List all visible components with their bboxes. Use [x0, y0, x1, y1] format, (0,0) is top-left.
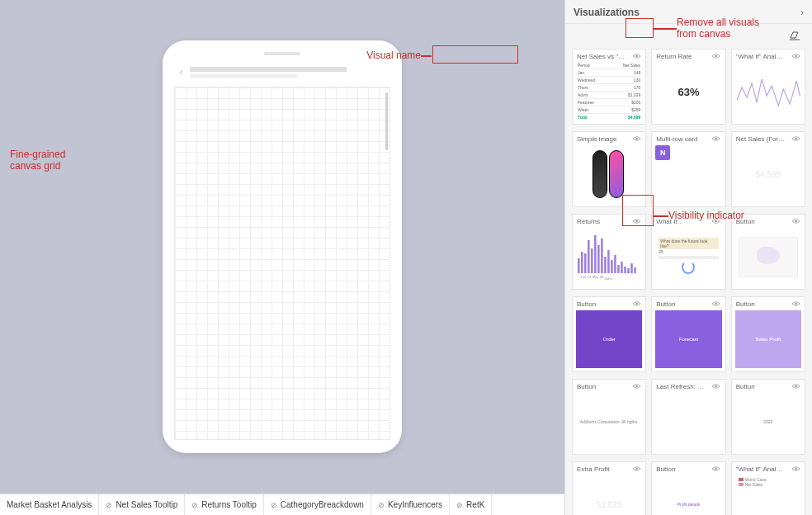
panel-title: Visualizations [574, 7, 640, 18]
visual-tile[interactable]: "What If" Analysi...Worst CaseNet Sales [731, 461, 805, 515]
svg-rect-10 [584, 253, 587, 273]
report-tab[interactable]: ⊘RetK [450, 494, 492, 515]
tile-preview: $4,599 [735, 145, 801, 203]
back-chevron-icon[interactable]: ‹ [179, 65, 183, 78]
tile-preview: Order [576, 310, 642, 368]
visual-tile[interactable]: ButtonSales Profit [731, 296, 805, 372]
svg-point-6 [795, 138, 797, 140]
tile-preview: 63% [655, 63, 721, 120]
visibility-indicator-icon[interactable] [711, 52, 721, 60]
tile-preview: Sales Profit [735, 310, 801, 368]
visibility-indicator-icon[interactable] [711, 217, 721, 225]
svg-point-34 [715, 385, 717, 388]
phone-title-placeholder [190, 67, 385, 78]
chevron-right-icon[interactable]: › [800, 7, 804, 18]
svg-rect-15 [601, 239, 603, 273]
svg-point-32 [795, 303, 797, 305]
report-tabs: Market Basket Analysis⊘Net Sales Tooltip… [0, 494, 564, 515]
visual-tile[interactable]: Multi-row cardN [651, 131, 725, 207]
tile-title: Last Refresh: Jun... [656, 383, 706, 390]
visibility-indicator-icon[interactable] [631, 52, 641, 60]
visual-tile[interactable]: ButtonProfit details [651, 461, 725, 515]
tooltip-page-icon: ⊘ [456, 501, 463, 509]
remove-all-visuals-button[interactable] [786, 27, 804, 44]
visibility-indicator-icon[interactable] [631, 135, 641, 143]
tile-preview: Dec 01 May 30Sales [576, 228, 642, 286]
tooltip-page-icon: ⊘ [106, 501, 112, 509]
visual-tile[interactable]: Last Refresh: Jun... [651, 379, 725, 455]
visibility-indicator-icon[interactable] [791, 52, 800, 60]
canvas-area: ‹ Market Basket Analysis⊘Net Sales Toolt… [0, 0, 564, 515]
tile-title: What If... [656, 218, 682, 225]
visibility-indicator-icon[interactable] [711, 300, 721, 308]
tile-title: Net Sales (Forec... [736, 135, 786, 143]
svg-point-30 [635, 303, 638, 305]
tile-title: "What If" Analysi... [736, 53, 786, 60]
tile-preview: Map [735, 228, 801, 286]
tile-preview: N [655, 145, 721, 203]
svg-rect-17 [607, 250, 610, 273]
tab-label: Market Basket Analysis [7, 500, 92, 509]
visibility-indicator-icon[interactable] [711, 465, 721, 473]
visual-tile[interactable]: ButtonAdWorks Corporation. All rights. [572, 379, 646, 455]
tile-preview: PeriodNet SalesJan148Wednesd130Thurs170A… [576, 63, 642, 120]
svg-point-37 [715, 468, 717, 470]
svg-point-2 [715, 55, 717, 58]
visibility-indicator-icon[interactable] [791, 135, 800, 143]
report-tab[interactable]: ⊘KeyInfluencers [371, 494, 450, 515]
report-tab[interactable]: ⊘Net Sales Tooltip [99, 494, 185, 515]
tooltip-page-icon: ⊘ [191, 501, 198, 509]
svg-rect-21 [621, 262, 623, 273]
visual-tile[interactable]: Extra Profit$1,029 [572, 461, 646, 515]
tile-preview: Profit details [655, 475, 721, 515]
svg-rect-18 [611, 260, 613, 273]
phone-speaker [264, 52, 300, 55]
tile-title: Button [577, 300, 596, 308]
svg-point-38 [795, 468, 797, 470]
visibility-indicator-icon[interactable] [631, 382, 641, 390]
svg-rect-8 [578, 258, 580, 273]
svg-rect-9 [581, 252, 583, 273]
visual-tiles[interactable]: Net Sales vs "W...PeriodNet SalesJan148W… [565, 49, 812, 515]
visibility-indicator-icon[interactable] [711, 382, 721, 390]
svg-rect-12 [591, 248, 593, 273]
tooltip-page-icon: ⊘ [378, 501, 385, 509]
report-tab[interactable]: Market Basket Analysis [0, 494, 99, 515]
visibility-indicator-icon[interactable] [711, 135, 721, 143]
visual-tile[interactable]: "What If" Analysi... [731, 49, 805, 125]
phone-frame: ‹ [163, 40, 402, 453]
report-tab[interactable]: ⊘CathegoryBreackdown [264, 494, 371, 515]
tile-preview: Forecast [655, 310, 721, 368]
visual-tile[interactable]: Net Sales vs "W...PeriodNet SalesJan148W… [572, 49, 646, 125]
canvas-grid[interactable] [174, 87, 390, 440]
visibility-indicator-icon[interactable] [791, 465, 800, 473]
visual-tile[interactable]: Net Sales (Forec...$4,599 [731, 131, 805, 207]
tab-label: Net Sales Tooltip [116, 500, 177, 509]
phone-canvas-wrap: ‹ [0, 0, 564, 494]
visibility-indicator-icon[interactable] [791, 382, 800, 390]
svg-text:Dec 01   May 30: Dec 01 May 30 [581, 275, 604, 279]
visual-tile[interactable]: ButtonForecast [651, 296, 725, 372]
svg-point-33 [635, 385, 638, 388]
tile-title: Return Rate [656, 53, 692, 60]
visibility-indicator-icon[interactable] [631, 465, 641, 473]
tile-title: Button [736, 218, 755, 225]
report-tab[interactable]: ⊘Returns Tooltip [185, 494, 264, 515]
tile-title: Button [656, 465, 675, 473]
svg-rect-14 [597, 245, 600, 273]
tab-label: Returns Tooltip [201, 500, 257, 509]
tile-title: Button [577, 383, 596, 390]
visual-tile[interactable]: What If...What does the future look like… [651, 214, 725, 290]
tile-preview [735, 63, 801, 120]
visual-tile[interactable]: ButtonOrder [572, 296, 646, 372]
visibility-indicator-icon[interactable] [791, 217, 800, 225]
visual-tile[interactable]: Button2022 [731, 379, 805, 455]
visual-tile[interactable]: Return Rate63% [651, 49, 725, 125]
tile-title: Simple image [577, 135, 616, 143]
canvas-scrollbar[interactable] [385, 92, 388, 150]
tile-title: "What If" Analysi... [736, 465, 786, 473]
visibility-indicator-icon[interactable] [791, 300, 800, 308]
visual-tile[interactable]: ButtonMap [731, 214, 805, 290]
svg-rect-16 [604, 257, 607, 273]
visibility-indicator-icon[interactable] [631, 300, 641, 308]
